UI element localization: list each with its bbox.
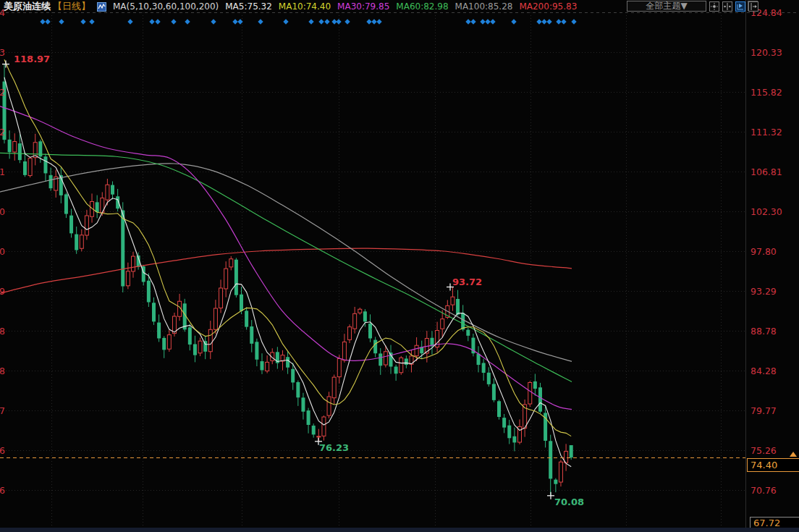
candle-up <box>28 159 32 176</box>
event-dot[interactable] <box>366 19 371 24</box>
candle-up <box>214 308 217 329</box>
ma30-line <box>0 106 572 410</box>
candle-up <box>224 269 228 289</box>
candle-up <box>198 341 202 353</box>
candle-down <box>296 382 300 397</box>
axis-price-label: 120.33 <box>751 47 782 58</box>
fit-horizontal-icon[interactable] <box>722 1 732 12</box>
axis-price-label-left-clipped: 79.77 <box>0 405 5 416</box>
event-dot[interactable] <box>45 19 50 24</box>
chart-plot-area[interactable] <box>0 0 799 528</box>
ma30-value: MA30:79.85 <box>337 1 389 12</box>
event-dot[interactable] <box>571 19 576 24</box>
candle-up <box>317 436 321 437</box>
axis-price-label: 106.81 <box>751 166 782 177</box>
axis-price-label-left-clipped: 115.82 <box>0 87 5 98</box>
event-dot[interactable] <box>80 19 85 24</box>
event-dot[interactable] <box>258 19 263 24</box>
event-dot[interactable] <box>561 19 566 24</box>
axis-price-label: 88.78 <box>751 326 777 337</box>
candle-up <box>451 297 455 305</box>
event-dot[interactable] <box>318 19 324 24</box>
candle-up <box>219 288 223 308</box>
event-dot[interactable] <box>371 19 376 24</box>
event-dot[interactable] <box>237 19 242 24</box>
candle-down <box>312 426 316 434</box>
event-dot[interactable] <box>149 19 154 24</box>
candle-down <box>193 344 197 355</box>
candle-up <box>266 362 269 371</box>
event-dot[interactable] <box>171 19 176 24</box>
candle-up <box>559 462 562 482</box>
mini-chart-icon[interactable] <box>97 2 106 12</box>
candle-up <box>132 256 135 271</box>
price-annotation-high: 118.97 <box>14 54 50 64</box>
last-price-tag: 74.40 <box>747 458 799 472</box>
event-dot[interactable] <box>232 19 237 24</box>
candle-down <box>570 445 573 457</box>
candle-down <box>482 363 486 373</box>
event-dot[interactable] <box>185 19 190 24</box>
playback-icon[interactable] <box>735 1 745 12</box>
bottom-scrollbar[interactable] <box>0 528 799 532</box>
event-dot[interactable] <box>541 19 546 24</box>
step-forward-icon[interactable] <box>748 1 758 12</box>
axis-price-label: 79.77 <box>751 405 777 416</box>
event-dot[interactable] <box>211 19 216 24</box>
event-dot[interactable] <box>556 19 561 24</box>
ma60-line <box>0 153 572 381</box>
axis-price-label: 70.76 <box>751 485 777 496</box>
candle-up <box>126 271 130 286</box>
candle-down <box>152 303 156 321</box>
event-dot[interactable] <box>490 19 495 24</box>
event-dot[interactable] <box>465 19 470 24</box>
candle-down <box>8 140 12 152</box>
chart-toolbar: 全部主题▼ <box>627 1 758 12</box>
ma5-line <box>4 77 571 467</box>
event-dot[interactable] <box>155 19 160 24</box>
candle-up <box>80 235 83 248</box>
candle-down <box>502 418 506 428</box>
event-dot[interactable] <box>89 19 94 24</box>
candle-up <box>358 309 362 313</box>
candle-up <box>322 417 326 436</box>
event-dot[interactable] <box>283 19 288 24</box>
event-dot[interactable] <box>127 19 132 24</box>
candle-up <box>208 329 212 351</box>
event-dot[interactable] <box>59 19 64 24</box>
event-dot[interactable] <box>511 19 516 24</box>
candle-down <box>466 330 470 336</box>
event-dot[interactable] <box>40 19 45 24</box>
axis-price-label-left-clipped: 84.28 <box>0 366 5 376</box>
candle-down <box>96 202 99 212</box>
event-dot[interactable] <box>536 19 541 24</box>
event-dot[interactable] <box>470 19 475 24</box>
price-axis[interactable]: 74.40 67.72 124.84120.33115.82111.32106.… <box>745 0 799 528</box>
event-dot[interactable] <box>376 19 381 24</box>
axis-price-label-left-clipped: 111.32 <box>0 127 5 138</box>
symbol-name: 美原油连续 <box>4 0 51 13</box>
candle-down <box>286 357 289 367</box>
themes-dropdown[interactable]: 全部主题▼ <box>627 1 706 12</box>
event-dot[interactable] <box>546 19 551 24</box>
ma-formula-label: MA(5,10,30,60,100,200) <box>113 1 219 12</box>
candle-down <box>147 281 151 303</box>
candle-up <box>332 377 336 398</box>
candle-up <box>13 142 17 152</box>
event-dot[interactable] <box>336 19 341 24</box>
ma100-value: MA100:85.28 <box>455 1 513 12</box>
candle-down <box>43 156 47 173</box>
price-annotation-low: 76.23 <box>319 442 349 453</box>
event-dot[interactable] <box>485 19 490 24</box>
candle-down <box>487 373 491 384</box>
candle-up <box>85 216 88 235</box>
period-label[interactable]: 【日线】 <box>53 0 90 13</box>
event-dot[interactable] <box>344 19 350 24</box>
event-dot[interactable] <box>480 19 485 24</box>
candle-up <box>400 358 403 372</box>
axis-price-label: 102.30 <box>751 206 782 217</box>
event-dot[interactable] <box>324 19 329 24</box>
move-crosshair-icon[interactable] <box>709 1 719 12</box>
candle-down <box>368 324 372 338</box>
event-dot[interactable] <box>308 19 313 24</box>
